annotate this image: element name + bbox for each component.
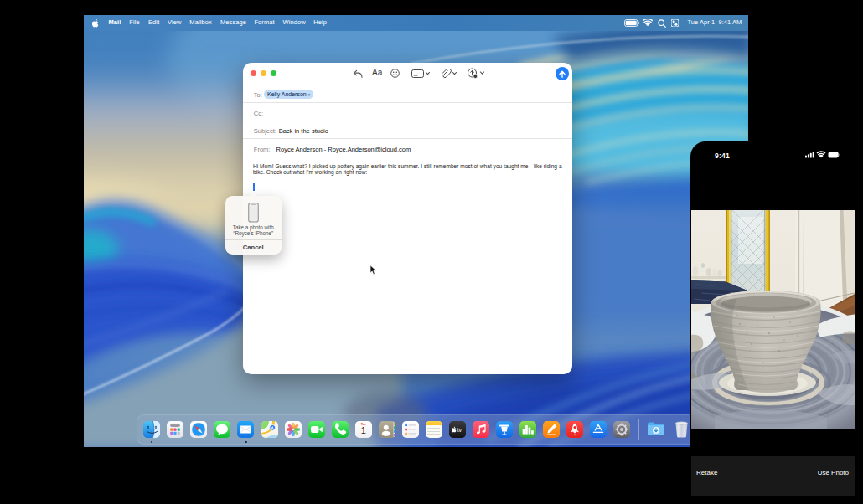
svg-text:tv: tv [457,426,463,432]
